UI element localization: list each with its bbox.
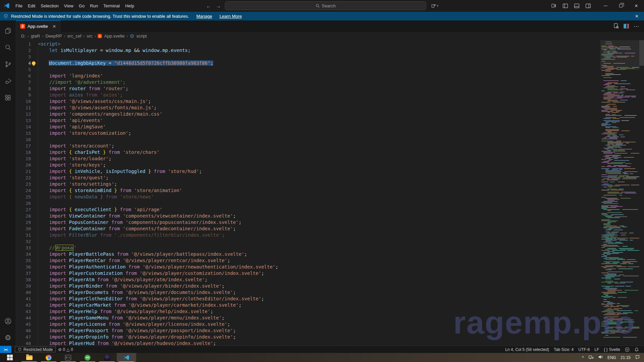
- taskbar-chrome[interactable]: [39, 353, 58, 362]
- breadcrumb-src-cef[interactable]: src_cef: [67, 34, 82, 39]
- line-number[interactable]: 12: [16, 111, 31, 117]
- code-line[interactable]: 2 let isMultiplayer = window.mp && windo…: [16, 47, 644, 54]
- code-line[interactable]: 23 import 'store/settings';: [16, 181, 644, 187]
- code-line[interactable]: 8 import router from 'router';: [16, 85, 644, 92]
- line-number[interactable]: 33: [16, 245, 31, 251]
- code-line[interactable]: 45 import PlayerLicense from '@/views/pl…: [16, 321, 644, 327]
- back-icon[interactable]: ←: [206, 3, 212, 9]
- run-debug-icon[interactable]: [0, 73, 16, 89]
- menu-help[interactable]: Help: [122, 2, 137, 10]
- breadcrumb-drive[interactable]: D:: [21, 34, 26, 39]
- taskbar-command-prompt[interactable]: C:\: [58, 353, 78, 362]
- menu-terminal[interactable]: Terminal: [101, 2, 122, 10]
- line-number[interactable]: 35: [16, 257, 31, 264]
- code-line[interactable]: 13 import 'api/events': [16, 117, 644, 124]
- encoding-status[interactable]: UTF-8: [576, 347, 592, 352]
- restricted-mode-status[interactable]: Restricted Mode: [15, 347, 56, 352]
- code-line[interactable]: 47 import PlayerDropinfo from '@/views/p…: [16, 334, 644, 340]
- line-number[interactable]: 39: [16, 283, 31, 289]
- line-number[interactable]: 15: [16, 130, 31, 136]
- code-line[interactable]: 25 import { newsData } from 'store/news': [16, 194, 644, 200]
- code-line[interactable]: 48 import PlayerHud from '@/views/player…: [16, 340, 644, 346]
- line-number[interactable]: 7: [16, 79, 31, 85]
- code-line[interactable]: 11 import '@/views/assets/fonts/main.js'…: [16, 105, 644, 111]
- code-editor[interactable]: 1<script>2 let isMultiplayer = window.mp…: [16, 40, 644, 346]
- code-line[interactable]: 41 import PlayerClothesEditor from '@/vi…: [16, 296, 644, 302]
- code-line[interactable]: 7 //import '@/advertisement';: [16, 79, 644, 85]
- code-line[interactable]: 21 import { inVehicle, isInputToggled } …: [16, 168, 644, 175]
- input-language[interactable]: ENG: [607, 355, 616, 360]
- code-line[interactable]: 5: [16, 66, 644, 73]
- split-editor-icon[interactable]: [624, 24, 629, 28]
- line-number[interactable]: 29: [16, 219, 31, 226]
- code-line[interactable]: 35 import PlayerRentCar from '@/views/pl…: [16, 257, 644, 264]
- learn-more-link[interactable]: Learn More: [219, 14, 241, 19]
- line-number[interactable]: 31: [16, 232, 31, 238]
- code-line[interactable]: 1<script>: [16, 41, 644, 47]
- code-line[interactable]: 38 import PlayerAtm from '@/views/player…: [16, 277, 644, 283]
- code-line[interactable]: 9 import axios from 'axios';: [16, 92, 644, 98]
- code-line[interactable]: 43 import PlayerHelp from '@/views/playe…: [16, 308, 644, 315]
- line-number[interactable]: 44: [16, 315, 31, 321]
- line-number[interactable]: 46: [16, 327, 31, 334]
- forward-icon[interactable]: →: [215, 3, 222, 9]
- open-preview-icon[interactable]: [613, 23, 619, 30]
- toggle-sidebar-icon[interactable]: [559, 1, 571, 10]
- line-number[interactable]: 41: [16, 296, 31, 302]
- line-number[interactable]: 48: [16, 340, 31, 346]
- line-number[interactable]: 38: [16, 277, 31, 283]
- line-number[interactable]: 19: [16, 156, 31, 162]
- line-number[interactable]: 2: [16, 47, 31, 54]
- search-sidebar-icon[interactable]: [0, 40, 16, 55]
- eol-status[interactable]: LF: [592, 347, 601, 352]
- code-line[interactable]: 15 import 'store/customization';: [16, 130, 644, 136]
- menu-file[interactable]: File: [13, 2, 25, 10]
- code-line[interactable]: 14 import 'api/imgSave': [16, 124, 644, 130]
- line-number[interactable]: 3: [16, 54, 31, 60]
- network-icon[interactable]: [588, 355, 594, 360]
- line-number[interactable]: 17: [16, 143, 31, 149]
- code-line[interactable]: 30 import FadeContainer from 'components…: [16, 226, 644, 232]
- code-line[interactable]: 40 import PlayerDocumets from '@/views/p…: [16, 289, 644, 296]
- extensions-icon[interactable]: [0, 90, 16, 106]
- tab-close-icon[interactable]: ✕: [52, 24, 57, 29]
- action-center-icon[interactable]: [635, 355, 640, 360]
- code-line[interactable]: 42 import PlayerCarMarket from '@/views/…: [16, 302, 644, 308]
- line-number[interactable]: 40: [16, 289, 31, 296]
- tab-app-svelte[interactable]: S App.svelte ✕: [16, 20, 61, 32]
- explorer-icon[interactable]: [0, 23, 16, 39]
- taskbar-hs-app[interactable]: HS: [78, 353, 97, 362]
- manage-link[interactable]: Manage: [196, 14, 212, 19]
- code-line[interactable]: 20 import 'store/keys';: [16, 162, 644, 168]
- code-line[interactable]: 18 import { charIsPet } from 'store/char…: [16, 149, 644, 156]
- source-control-icon[interactable]: [0, 57, 16, 72]
- code-line[interactable]: 28 import ViewContainer from 'components…: [16, 213, 644, 219]
- taskbar-vscode[interactable]: [117, 353, 136, 362]
- problems-status[interactable]: ⊘ 0 △ 0: [56, 346, 75, 353]
- banner-close-icon[interactable]: ✕: [633, 14, 641, 19]
- line-number[interactable]: 36: [16, 264, 31, 270]
- line-number[interactable]: 26: [16, 200, 31, 206]
- account-icon[interactable]: [0, 313, 16, 329]
- line-number[interactable]: 8: [16, 85, 31, 92]
- line-number[interactable]: 47: [16, 334, 31, 340]
- menu-selection[interactable]: Selection: [38, 2, 61, 10]
- volume-icon[interactable]: [598, 355, 603, 360]
- line-number[interactable]: 9: [16, 92, 31, 98]
- line-number[interactable]: 21: [16, 168, 31, 175]
- launch-profile-button[interactable]: ˅: [431, 3, 439, 8]
- settings-gear-icon[interactable]: ⚙: [0, 330, 16, 346]
- code-line[interactable]: 22 import 'store/quest';: [16, 175, 644, 181]
- breadcrumb-gtar[interactable]: gtaR: [31, 34, 40, 39]
- line-number[interactable]: 32: [16, 238, 31, 245]
- code-line[interactable]: 12 import 'components/rangeslider/main.c…: [16, 111, 644, 117]
- indentation-status[interactable]: Tab Size: 4: [551, 347, 576, 352]
- toggle-secondary-sidebar-icon[interactable]: [582, 1, 594, 10]
- code-line[interactable]: 39 import PlayerBinder from '@/views/pla…: [16, 283, 644, 289]
- search-input[interactable]: Search: [225, 1, 426, 10]
- code-line[interactable]: 44 import PlayerGameMenu from '@/views/p…: [16, 315, 644, 321]
- line-number[interactable]: 20: [16, 162, 31, 168]
- minimize-button[interactable]: [598, 0, 613, 12]
- line-number[interactable]: 18: [16, 149, 31, 156]
- code-line[interactable]: 34 import PlayerBattlePass from '@/views…: [16, 251, 644, 257]
